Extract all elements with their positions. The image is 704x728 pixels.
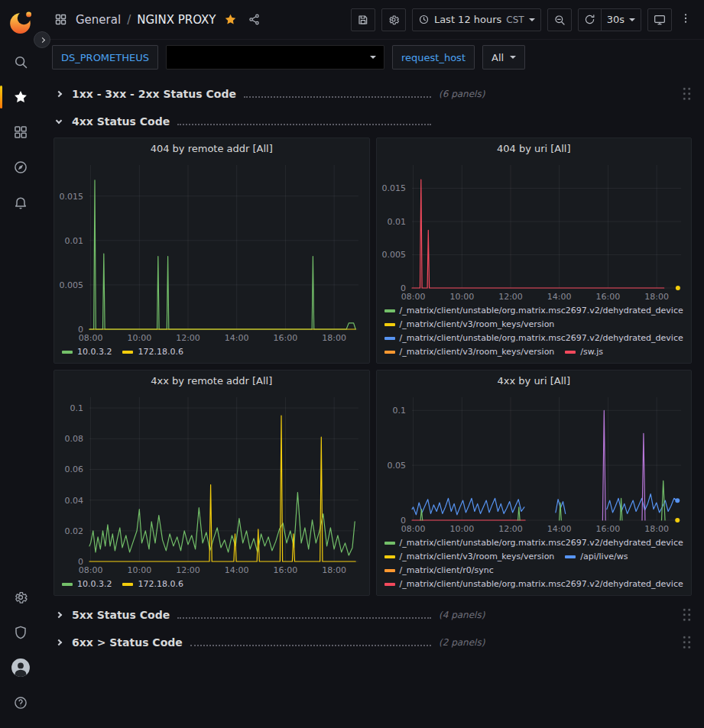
request-host-variable-value-select[interactable]: All (482, 45, 525, 70)
grafana-logo-icon[interactable] (8, 9, 34, 35)
dashboard-settings-button[interactable] (381, 8, 406, 31)
svg-text:12:00: 12:00 (498, 524, 523, 534)
legend-item[interactable]: /_matrix/client/v3/room_keys/version (384, 318, 555, 332)
legend-row: /_matrix/client/r0/sync (384, 564, 684, 578)
panel-404-by-remote-addr: 404 by remote addr [All] 08:0010:0012:00… (54, 138, 370, 364)
kebab-menu-icon[interactable] (678, 9, 693, 30)
chart-legend: 10.0.3.2172.18.0.6 (54, 577, 369, 595)
legend-item[interactable]: 172.18.0.6 (122, 345, 183, 359)
svg-text:12:00: 12:00 (176, 333, 200, 343)
tv-mode-button[interactable] (647, 8, 672, 31)
legend-series-label: /_matrix/client/r0/sync (400, 564, 494, 578)
legend-series-label: /_matrix/client/v3/room_keys/version (400, 345, 555, 359)
row-dotted-leader (190, 638, 431, 646)
configuration-gear-icon[interactable] (0, 580, 41, 615)
legend-series-swatch (384, 583, 395, 586)
legend-item[interactable]: /_matrix/client/unstable/org.matrix.msc2… (384, 578, 683, 591)
row-drag-handle-icon[interactable] (682, 607, 692, 623)
svg-text:10:00: 10:00 (127, 333, 151, 343)
request-host-variable-label[interactable]: request_host (392, 45, 475, 70)
dashboards-icon[interactable] (0, 115, 41, 150)
svg-text:0.1: 0.1 (392, 406, 406, 416)
timeseries-chart[interactable]: 08:0010:0012:0014:0016:0018:0000.020.040… (54, 391, 369, 577)
legend-item[interactable]: /_matrix/client/unstable/org.matrix.msc2… (384, 332, 683, 345)
dashboard-topbar: General / NGINX PROXY Last 12 hours (41, 0, 704, 40)
svg-text:0.015: 0.015 (60, 192, 84, 202)
legend-item[interactable]: 10.0.3.2 (62, 578, 112, 591)
refresh-icon-button[interactable] (578, 8, 602, 31)
breadcrumb: General / NGINX PROXY (76, 13, 216, 27)
row-title: 5xx Status Code (72, 609, 170, 621)
legend-row: /_matrix/client/v3/room_keys/version/api… (384, 550, 684, 564)
panel-title[interactable]: 404 by uri [All] (377, 138, 692, 159)
svg-text:0.1: 0.1 (70, 403, 84, 413)
breadcrumb-section[interactable]: General (76, 13, 121, 27)
explore-compass-icon[interactable] (0, 150, 41, 185)
svg-text:10:00: 10:00 (127, 565, 151, 575)
sidebar (0, 0, 41, 728)
timeseries-chart[interactable]: 08:0010:0012:0014:0016:0018:0000.050.1 (377, 391, 692, 535)
panel-title[interactable]: 4xx by remote addr [All] (54, 370, 369, 391)
datasource-variable-label[interactable]: DS_PROMETHEUS (52, 45, 158, 70)
legend-item[interactable]: /_matrix/client/unstable/org.matrix.msc2… (384, 536, 683, 550)
timeseries-chart[interactable]: 08:0010:0012:0014:0016:0018:0000.0050.01… (377, 159, 692, 303)
alerting-bell-icon[interactable] (0, 185, 41, 220)
legend-row: 10.0.3.2172.18.0.6 (62, 578, 362, 591)
svg-text:16:00: 16:00 (595, 524, 620, 534)
legend-item[interactable]: 10.0.3.2 (62, 345, 112, 359)
row-chevron-right-icon (54, 613, 72, 617)
row-header-1xx-3xx-2xx[interactable]: 1xx - 3xx - 2xx Status Code (6 panels) (54, 83, 692, 105)
svg-text:0.005: 0.005 (60, 280, 84, 290)
save-dashboard-button[interactable] (351, 8, 375, 31)
sidebar-expand-chevron-icon[interactable] (34, 31, 50, 48)
row-header-4xx[interactable]: 4xx Status Code (54, 110, 692, 133)
user-avatar[interactable] (0, 650, 41, 685)
row-drag-handle-icon[interactable] (682, 86, 692, 102)
topbar-actions: Last 12 hours CST 30s (351, 8, 693, 31)
svg-text:14:00: 14:00 (547, 524, 571, 534)
starred-dashboards-icon[interactable] (0, 79, 41, 115)
row-header-5xx[interactable]: 5xx Status Code (4 panels) (54, 603, 692, 626)
legend-item[interactable]: /_matrix/client/unstable/org.matrix.msc2… (384, 304, 683, 318)
legend-row: /_matrix/client/v3/room_keys/version (384, 318, 684, 332)
legend-series-label: /_matrix/client/v3/room_keys/version (400, 550, 555, 564)
legend-series-swatch (384, 309, 395, 312)
chart-legend: /_matrix/client/unstable/org.matrix.msc2… (377, 535, 692, 595)
breadcrumb-dashboard-title[interactable]: NGINX PROXY (137, 13, 216, 27)
svg-text:14:00: 14:00 (547, 292, 571, 302)
legend-item[interactable]: /sw.js (565, 345, 603, 359)
row-header-6xx[interactable]: 6xx > Status Code (2 panels) (54, 631, 692, 654)
chart-svg: 08:0010:0012:0014:0016:0018:0000.0050.01… (54, 159, 369, 345)
favorite-star-icon[interactable] (222, 11, 239, 28)
svg-text:16:00: 16:00 (274, 333, 298, 343)
chart-svg: 08:0010:0012:0014:0016:0018:0000.0050.01… (377, 159, 692, 303)
help-icon[interactable] (0, 685, 41, 720)
time-range-picker[interactable]: Last 12 hours CST (412, 8, 541, 31)
panel-404-by-uri: 404 by uri [All] 08:0010:0012:0014:0016:… (376, 138, 693, 364)
row-drag-handle-icon[interactable] (682, 635, 692, 650)
zoom-out-time-button[interactable] (547, 8, 572, 31)
row-panel-count: (6 panels) (439, 89, 485, 99)
svg-text:18:00: 18:00 (644, 524, 669, 534)
svg-text:0.04: 0.04 (65, 496, 84, 506)
legend-item[interactable]: /api/live/ws (565, 550, 628, 564)
grafana-app: General / NGINX PROXY Last 12 hours (0, 0, 704, 728)
datasource-variable-value-select[interactable] (166, 45, 384, 70)
panel-title[interactable]: 404 by remote addr [All] (54, 138, 369, 159)
refresh-interval-dropdown[interactable]: 30s (602, 8, 641, 31)
svg-text:10:00: 10:00 (449, 524, 474, 534)
svg-text:0.005: 0.005 (381, 250, 406, 260)
legend-row: /_matrix/client/unstable/org.matrix.msc2… (384, 536, 684, 550)
legend-item[interactable]: /_matrix/client/r0/sync (384, 564, 494, 578)
legend-item[interactable]: /_matrix/client/v3/room_keys/version (384, 550, 555, 564)
panel-title[interactable]: 4xx by uri [All] (377, 370, 692, 391)
search-icon[interactable] (0, 44, 41, 79)
share-icon[interactable] (245, 11, 263, 28)
legend-item[interactable]: 172.18.0.6 (122, 578, 183, 591)
svg-text:18:00: 18:00 (322, 565, 346, 575)
legend-item[interactable]: /_matrix/client/v3/room_keys/version (384, 345, 555, 359)
server-admin-shield-icon[interactable] (0, 615, 41, 650)
row-dotted-leader (177, 610, 431, 619)
timeseries-chart[interactable]: 08:0010:0012:0014:0016:0018:0000.0050.01… (54, 159, 369, 345)
time-range-label: Last 12 hours (434, 14, 501, 25)
